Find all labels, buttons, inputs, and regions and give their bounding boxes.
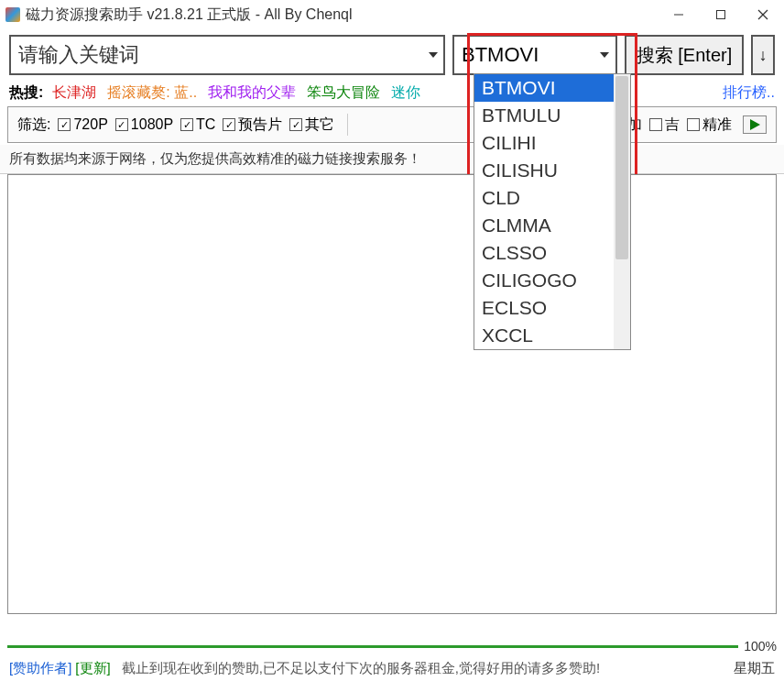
dropdown-item[interactable]: CLSSO xyxy=(474,239,630,267)
svg-rect-1 xyxy=(717,11,725,19)
status-day: 星期五 xyxy=(734,660,775,677)
dropdown-item[interactable]: BTMULU xyxy=(474,102,630,129)
search-history-dropdown[interactable] xyxy=(427,49,440,61)
hot-item[interactable]: 迷你 xyxy=(391,83,420,103)
dropdown-item[interactable]: CILIGOGO xyxy=(474,267,630,294)
checkbox-icon: ✓ xyxy=(223,118,235,131)
checkbox-icon xyxy=(649,118,662,131)
dropdown-item[interactable]: CLMMA xyxy=(474,212,630,239)
checkbox-预告片[interactable]: ✓预告片 xyxy=(223,115,282,135)
chevron-down-icon xyxy=(597,48,612,62)
checkbox-icon: ✓ xyxy=(58,118,71,131)
dropdown-item[interactable]: CILIHI xyxy=(474,129,630,157)
dropdown-scrollbar[interactable] xyxy=(614,74,630,349)
search-input[interactable] xyxy=(9,35,445,75)
progress-percent: 100% xyxy=(744,639,777,654)
results-area xyxy=(7,174,777,614)
maximize-button[interactable] xyxy=(700,0,742,29)
dropdown-item[interactable]: CLD xyxy=(474,184,630,212)
dropdown-item[interactable]: BTMOVI xyxy=(474,74,630,102)
hot-item[interactable]: 笨鸟大冒险 xyxy=(307,83,380,103)
checkbox-icon: ✓ xyxy=(289,118,302,131)
hot-item[interactable]: 摇滚藏獒: 蓝.. xyxy=(107,83,197,103)
checkbox-label: 预告片 xyxy=(238,115,282,135)
sort-button[interactable]: ↓ xyxy=(751,35,775,75)
window-title: 磁力资源搜索助手 v21.8.21 正式版 - All By Chenql xyxy=(26,5,353,25)
checkbox-label: 吉 xyxy=(665,115,680,135)
checkbox-1080P[interactable]: ✓1080P xyxy=(115,116,173,133)
checkbox-TC[interactable]: ✓TC xyxy=(180,116,215,133)
dropdown-item[interactable]: ECLSO xyxy=(474,294,630,322)
checkbox-label: 720P xyxy=(73,116,107,133)
checkbox-label: 1080P xyxy=(131,116,173,133)
checkbox-label: 精准 xyxy=(702,115,732,135)
minimize-button[interactable] xyxy=(658,0,700,29)
filter-label: 筛选: xyxy=(17,115,50,135)
sponsor-link[interactable]: [赞助作者] xyxy=(9,660,71,677)
hot-label: 热搜: xyxy=(9,83,43,103)
source-select[interactable]: BTMOVI xyxy=(452,35,617,75)
checkbox-其它[interactable]: ✓其它 xyxy=(289,115,334,135)
checkbox-label: TC xyxy=(196,116,215,133)
scrollbar-thumb[interactable] xyxy=(615,76,628,259)
checkbox-icon: ✓ xyxy=(180,118,193,131)
dropdown-item[interactable]: CILISHU xyxy=(474,157,630,184)
dropdown-item[interactable]: XCCL xyxy=(474,322,630,349)
play-button[interactable] xyxy=(743,115,767,134)
checkbox-icon xyxy=(687,118,700,131)
status-message: 截止到现在收到的赞助,已不足以支付下次的服务器租金,觉得好用的请多多赞助! xyxy=(122,660,730,677)
separator xyxy=(347,114,348,136)
hot-item[interactable]: 长津湖 xyxy=(52,83,96,103)
svg-marker-6 xyxy=(750,119,760,130)
checkbox-icon: ✓ xyxy=(115,118,128,131)
checkbox-精准[interactable]: 精准 xyxy=(687,115,732,135)
update-link[interactable]: [更新] xyxy=(75,660,110,677)
checkbox-吉[interactable]: 吉 xyxy=(649,115,680,135)
search-button[interactable]: 搜索 [Enter] xyxy=(625,35,744,75)
source-selected-label: BTMOVI xyxy=(462,43,539,67)
rank-link[interactable]: 排行榜.. xyxy=(723,83,775,103)
svg-marker-4 xyxy=(429,52,438,58)
checkbox-720P[interactable]: ✓720P xyxy=(58,116,107,133)
app-icon xyxy=(5,7,20,22)
source-dropdown-list: BTMOVIBTMULUCILIHICILISHUCLDCLMMACLSSOCI… xyxy=(474,73,631,350)
checkbox-label: 其它 xyxy=(305,115,334,135)
info-text: 所有数据均来源于网络，仅为您提供高效精准的磁力链接搜索服务！ xyxy=(0,145,784,174)
progress-bar xyxy=(7,645,738,648)
close-button[interactable] xyxy=(742,0,784,29)
svg-marker-5 xyxy=(600,52,609,58)
hot-item[interactable]: 我和我的父辈 xyxy=(208,83,296,103)
